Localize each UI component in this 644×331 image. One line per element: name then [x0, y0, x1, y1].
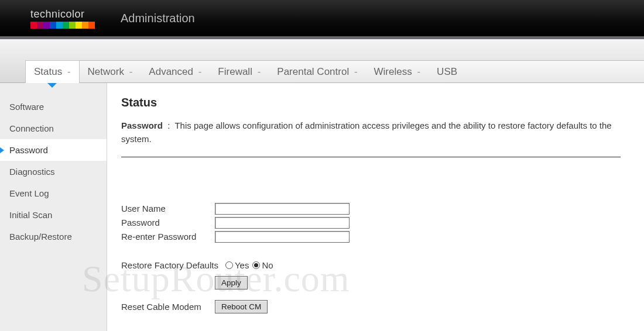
reenter-password-input[interactable]	[215, 231, 350, 243]
sidebar-item-software[interactable]: Software	[0, 96, 107, 118]
password-label: Password	[121, 218, 215, 227]
tab-label: Network	[88, 66, 124, 78]
tab-row: Status - Network - Advanced - Firewall -…	[25, 60, 644, 82]
tab-network[interactable]: Network -	[80, 61, 141, 83]
username-label: User Name	[121, 204, 215, 213]
app-header: technicolor Administration	[0, 0, 644, 36]
restore-yes-label: Yes	[235, 260, 249, 270]
apply-button[interactable]: Apply	[215, 276, 248, 289]
radio-icon	[252, 261, 260, 269]
separator	[121, 157, 621, 157]
sidebar-item-initial-scan[interactable]: Initial Scan	[0, 204, 107, 226]
reenter-password-label: Re-enter Password	[121, 232, 215, 242]
chevron-down-icon: -	[196, 66, 201, 78]
row-restore-defaults: Restore Factory Defaults Yes No	[121, 260, 621, 270]
row-apply: Apply	[121, 276, 621, 289]
brand-name: technicolor	[30, 8, 85, 20]
row-reset-modem: Reset Cable Modem Reboot CM	[121, 300, 621, 313]
chevron-down-icon: -	[126, 66, 132, 78]
content-area: Status Password : This page allows confi…	[107, 83, 644, 331]
tab-wireless[interactable]: Wireless -	[366, 61, 429, 83]
reset-modem-label: Reset Cable Modem	[121, 302, 215, 312]
row-password: Password	[121, 217, 621, 229]
header-section-title: Administration	[121, 12, 195, 25]
page-title: Status	[121, 96, 621, 109]
radio-icon	[225, 261, 233, 269]
tab-status[interactable]: Status -	[25, 60, 80, 83]
tab-advanced[interactable]: Advanced -	[141, 61, 210, 83]
sidebar-item-diagnostics[interactable]: Diagnostics	[0, 161, 107, 182]
tab-label: Firewall	[218, 66, 252, 78]
brand-logo: technicolor	[30, 8, 95, 29]
password-form: User Name Password Re-enter Password Res…	[121, 203, 621, 313]
sidebar: Software Connection Password Diagnostics…	[0, 83, 107, 331]
tab-label: USB	[437, 66, 457, 78]
sidebar-item-password[interactable]: Password	[0, 139, 107, 161]
restore-no-option[interactable]: No	[252, 260, 273, 270]
restore-yes-option[interactable]: Yes	[225, 260, 249, 270]
tab-strip: Status - Network - Advanced - Firewall -…	[0, 39, 644, 83]
sidebar-item-event-log[interactable]: Event Log	[0, 182, 107, 204]
page-subtitle: Password	[121, 120, 163, 130]
username-input[interactable]	[215, 203, 350, 215]
restore-no-label: No	[262, 260, 273, 270]
tab-parental-control[interactable]: Parental Control -	[269, 61, 365, 83]
chevron-down-icon: -	[64, 66, 70, 78]
tab-label: Status	[34, 66, 62, 78]
body-wrap: Software Connection Password Diagnostics…	[0, 83, 644, 331]
reboot-cm-button[interactable]: Reboot CM	[215, 300, 268, 313]
brand-color-bar	[30, 22, 95, 29]
tab-label: Parental Control	[277, 66, 349, 78]
row-username: User Name	[121, 203, 621, 215]
radio-dot-icon	[254, 263, 258, 267]
tab-usb[interactable]: USB	[429, 61, 465, 83]
page-description-text: This page allows configuration of admini…	[121, 120, 612, 144]
chevron-down-icon: -	[255, 66, 261, 78]
sidebar-item-backup-restore[interactable]: Backup/Restore	[0, 226, 107, 247]
chevron-down-icon: -	[415, 66, 420, 78]
restore-defaults-label: Restore Factory Defaults	[121, 260, 218, 270]
password-input[interactable]	[215, 217, 350, 229]
chevron-down-icon: -	[351, 66, 357, 78]
page-description: Password : This page allows configuratio…	[121, 119, 621, 146]
row-reenter-password: Re-enter Password	[121, 231, 621, 243]
tab-firewall[interactable]: Firewall -	[210, 61, 269, 83]
tab-label: Wireless	[374, 66, 412, 78]
tab-label: Advanced	[149, 66, 193, 78]
sidebar-item-connection[interactable]: Connection	[0, 118, 107, 139]
